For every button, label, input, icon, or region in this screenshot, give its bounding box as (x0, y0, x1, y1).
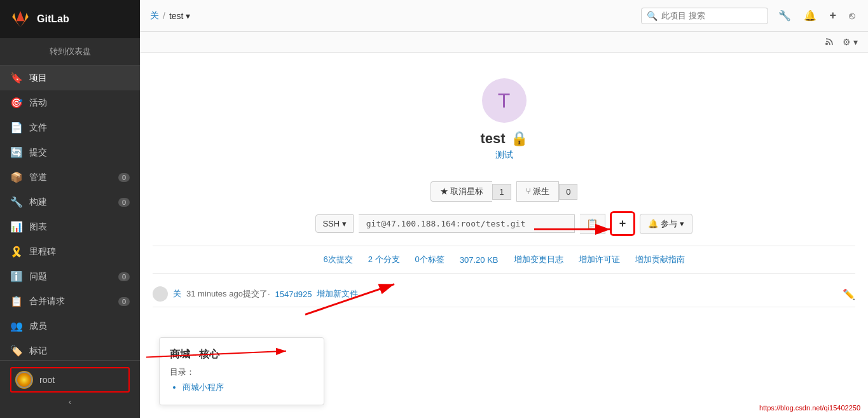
commit-hash[interactable]: 1547d925 (275, 289, 312, 299)
readme-title: 商城 - 核心 (170, 348, 313, 361)
content-area: T test 🔒 测试 ★ 取消星标 1 ⑂ 派生 0 SSH ▾ git@47… (140, 53, 868, 418)
search-icon: 🔍 (647, 11, 658, 21)
sidebar-item-commits[interactable]: 🔄 提交 (0, 140, 140, 165)
sidebar-item-mergerequests[interactable]: 📋 合并请求 0 (0, 289, 140, 314)
project-description[interactable]: 测试 (153, 150, 855, 161)
sidebar-item-labels-label: 标记 (29, 345, 47, 357)
gear-icon: ⚙ (843, 37, 851, 47)
members-icon: 👥 (10, 320, 23, 332)
milestones-icon: 🎗️ (10, 246, 23, 258)
sidebar-item-builds[interactable]: 🔧 构建 0 (0, 190, 140, 214)
sidebar-username: root (39, 375, 55, 385)
stats-bar: 6次提交 2 个分支 0个标签 307.20 KB 增加变更日志 增加许可证 增… (153, 246, 855, 274)
star-button[interactable]: ★ 取消星标 (431, 181, 493, 202)
sidebar-item-pipelines[interactable]: 📦 管道 0 (0, 165, 140, 190)
sidebar: GitLab 转到仪表盘 🔖 项目 🎯 活动 📄 文件 🔄 提交 (0, 0, 140, 418)
branches-stat[interactable]: 2 个分支 (368, 254, 400, 265)
sidebar-item-members-label: 成员 (29, 321, 47, 332)
search-input[interactable] (661, 11, 762, 20)
contributing-link[interactable]: 增加贡献指南 (635, 254, 685, 265)
issues-badge: 0 (118, 272, 130, 281)
sidebar-item-mergerequests-label: 合并请求 (29, 296, 65, 307)
sidebar-footer: root ‹ (0, 360, 140, 418)
notify-button[interactable]: 🔔 参与 ▾ (640, 214, 692, 234)
ssh-dropdown[interactable]: SSH ▾ (315, 214, 353, 233)
sidebar-item-issues[interactable]: ℹ️ 问题 0 (0, 264, 140, 289)
sidebar-item-files-label: 文件 (29, 122, 47, 134)
sidebar-item-project-label: 项目 (29, 73, 47, 84)
sidebar-item-milestones-label: 里程碑 (29, 246, 56, 258)
add-button[interactable]: + (610, 212, 635, 235)
fork-button[interactable]: ⑂ 派生 (516, 181, 560, 202)
sidebar-item-graphs-label: 图表 (29, 221, 47, 233)
sidebar-item-members[interactable]: 👥 成员 (0, 314, 140, 338)
clone-url-field[interactable]: git@47.100.188.164:root/test.git (359, 214, 575, 233)
topbar-project-dropdown[interactable]: test ▾ (169, 11, 191, 21)
copy-url-button[interactable]: 📋 (580, 214, 605, 234)
sidebar-nav: 🔖 项目 🎯 活动 📄 文件 🔄 提交 📦 管道 (0, 66, 140, 360)
files-icon: 📄 (10, 122, 23, 134)
sidebar-title: GitLab (37, 13, 69, 25)
sub-topbar: ⚙ ▾ (140, 32, 868, 53)
sidebar-item-files[interactable]: 📄 文件 (0, 115, 140, 140)
svg-marker-3 (12, 13, 16, 21)
sidebar-item-commits-label: 提交 (29, 147, 47, 158)
commit-message[interactable]: 增加新文件 (317, 288, 358, 300)
sidebar-item-activity-label: 活动 (29, 97, 47, 109)
project-avatar: T (482, 78, 527, 123)
project-name: test (480, 130, 505, 147)
topbar-breadcrumb: 关 / test ▾ (150, 10, 190, 22)
svg-marker-4 (24, 13, 28, 21)
topbar-separator: / (163, 11, 165, 21)
pipelines-icon: 📦 (10, 171, 23, 183)
commits-stat[interactable]: 6次提交 (323, 254, 352, 265)
watermark: https://blog.csdn.net/qi15402250 (757, 403, 863, 413)
bell-icon[interactable]: 🔔 (801, 7, 819, 24)
gitlab-logo-icon (10, 9, 31, 29)
commit-author-avatar (153, 286, 168, 302)
sidebar-item-builds-label: 构建 (29, 197, 47, 208)
activity-icon: 🎯 (10, 97, 23, 109)
sidebar-item-labels[interactable]: 🏷️ 标记 (0, 338, 140, 360)
sidebar-item-activity[interactable]: 🎯 活动 (0, 90, 140, 115)
sidebar-item-project[interactable]: 🔖 项目 (0, 66, 140, 90)
rss-icon[interactable] (825, 36, 835, 48)
pipelines-badge: 0 (118, 173, 130, 182)
sidebar-item-milestones[interactable]: 🎗️ 里程碑 (0, 239, 140, 264)
changelog-link[interactable]: 增加变更日志 (514, 254, 563, 265)
readme-box: 商城 - 核心 目录： 商城小程序 (159, 337, 324, 405)
settings-dropdown-arrow: ▾ (853, 37, 858, 47)
topbar-project-name: test (169, 11, 184, 21)
readme-list-item[interactable]: 商城小程序 (183, 382, 313, 393)
sidebar-dashboard-link[interactable]: 转到仪表盘 (0, 38, 140, 66)
main-area: 关 / test ▾ 🔍 🔧 🔔 + ⎋ ⚙ ▾ (140, 0, 868, 418)
readme-subtitle: 目录： (170, 366, 313, 378)
sidebar-item-graphs[interactable]: 📊 图表 (0, 214, 140, 239)
builds-icon: 🔧 (10, 196, 23, 208)
settings-dropdown[interactable]: ⚙ ▾ (843, 37, 858, 47)
lock-icon: 🔒 (511, 130, 528, 147)
labels-icon: 🏷️ (10, 345, 23, 357)
svg-point-5 (825, 43, 828, 45)
sidebar-user[interactable]: root (10, 367, 130, 393)
size-stat: 307.20 KB (460, 255, 499, 265)
wrench-icon[interactable]: 🔧 (776, 7, 794, 24)
commit-info: 关 31 minutes ago提交了· 1547d925 增加新文件 ✏️ (153, 281, 855, 307)
sidebar-item-pipelines-label: 管道 (29, 172, 47, 183)
plus-icon[interactable]: + (827, 6, 839, 25)
sidebar-item-issues-label: 问题 (29, 271, 47, 282)
clone-bar: SSH ▾ git@47.100.188.164:root/test.git 📋… (153, 212, 855, 235)
issues-icon: ℹ️ (10, 270, 23, 282)
project-title: test 🔒 (153, 130, 855, 147)
project-avatar-letter: T (498, 89, 511, 113)
edit-icon[interactable]: ✏️ (843, 288, 855, 300)
sidebar-collapse-btn[interactable]: ‹ (10, 393, 130, 412)
license-link[interactable]: 增加许可证 (579, 254, 620, 265)
search-box[interactable]: 🔍 (641, 8, 768, 24)
commit-time: 31 minutes ago提交了· (186, 288, 270, 300)
signout-icon[interactable]: ⎋ (846, 8, 858, 24)
mergerequests-badge: 0 (118, 297, 130, 306)
tags-stat[interactable]: 0个标签 (415, 254, 444, 265)
commits-icon: 🔄 (10, 146, 23, 158)
topbar-owner-link[interactable]: 关 (150, 10, 159, 22)
